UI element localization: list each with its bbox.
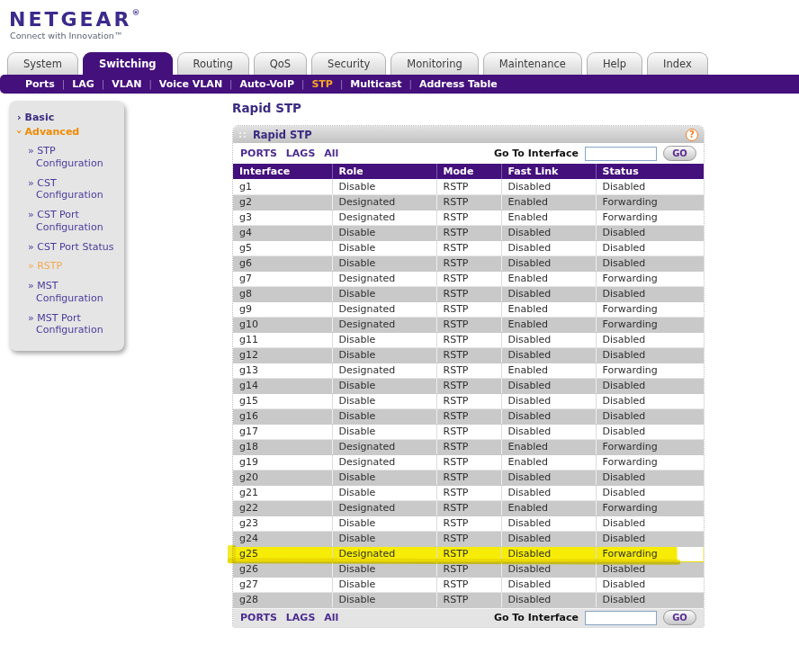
cell-interface: g20	[233, 470, 332, 485]
sidebar-section-basic[interactable]: ›Basic	[17, 112, 121, 123]
panel-title: Rapid STP	[253, 129, 312, 141]
cell-interface: g7	[233, 271, 332, 286]
subnav-item-stp[interactable]: STP	[311, 78, 333, 90]
cell-mode: RSTP	[436, 592, 501, 607]
interface-scope-links: PORTSLAGSAll	[240, 612, 338, 623]
table-row: g11DisableRSTPDisabledDisabled	[233, 332, 704, 347]
cell-fast-link: Disabled	[501, 561, 596, 577]
tab-system[interactable]: System	[7, 52, 78, 75]
column-header-mode: Mode	[436, 164, 501, 179]
tab-routing[interactable]: Routing	[177, 52, 249, 75]
tab-maintenance[interactable]: Maintenance	[483, 52, 582, 75]
cell-role: Disable	[332, 347, 436, 363]
subnav-item-vlan[interactable]: VLAN	[112, 78, 141, 90]
link-all[interactable]: All	[324, 612, 338, 623]
go-button[interactable]: GO	[663, 610, 696, 625]
cell-fast-link: Disabled	[501, 592, 596, 607]
sidebar-item-cst-port-status[interactable]: » CST Port Status	[28, 241, 121, 254]
tab-qos[interactable]: QoS	[254, 52, 307, 75]
cell-interface: g25	[233, 546, 332, 561]
sidebar-item-mst-port-configuration[interactable]: » MST Port Configuration	[28, 312, 121, 337]
link-lags[interactable]: LAGS	[286, 148, 315, 159]
cell-fast-link: Disabled	[501, 577, 596, 592]
subnav-separator-icon: |	[409, 79, 412, 89]
cell-interface: g11	[233, 332, 332, 347]
cell-mode: RSTP	[436, 271, 501, 286]
cell-status: Forwarding	[596, 500, 704, 515]
subnav-item-auto-voip[interactable]: Auto-VoIP	[239, 78, 294, 90]
cell-interface: g19	[233, 454, 332, 470]
cell-mode: RSTP	[436, 515, 501, 531]
table-row: g2DesignatedRSTPEnabledForwarding	[233, 194, 704, 210]
link-ports[interactable]: PORTS	[240, 148, 277, 159]
tab-monitoring[interactable]: Monitoring	[391, 52, 479, 75]
sidebar-item-rstp[interactable]: » RSTP	[28, 260, 121, 273]
cell-mode: RSTP	[436, 408, 501, 424]
cell-role: Designated	[332, 500, 436, 515]
table-toolbar: PORTSLAGSAll Go To Interface GO	[233, 143, 704, 164]
cell-mode: RSTP	[436, 531, 501, 546]
sidebar-section-advanced[interactable]: ›Advanced	[17, 126, 121, 138]
sidebar-item-cst-port-configuration[interactable]: » CST Port Configuration	[28, 209, 121, 234]
cell-mode: RSTP	[436, 393, 501, 408]
help-icon[interactable]: ?	[686, 129, 698, 141]
table-row: g5DisableRSTPDisabledDisabled	[233, 240, 704, 255]
cell-fast-link: Disabled	[501, 347, 596, 363]
cell-mode: RSTP	[436, 286, 501, 301]
cell-fast-link: Disabled	[501, 424, 596, 439]
goto-interface-input[interactable]	[585, 611, 657, 625]
cell-interface: g24	[233, 531, 332, 546]
cell-role: Disable	[332, 179, 436, 194]
cell-mode: RSTP	[436, 500, 501, 515]
link-ports[interactable]: PORTS	[240, 612, 277, 623]
cell-role: Disable	[332, 515, 436, 531]
tab-switching[interactable]: Switching	[83, 52, 173, 75]
logo-text: NETGEAR	[9, 8, 132, 31]
cell-interface: g10	[233, 317, 332, 332]
table-row: g14DisableRSTPDisabledDisabled	[233, 378, 704, 393]
sidebar-item-mst-configuration[interactable]: » MST Configuration	[28, 280, 121, 305]
table-row: g3DesignatedRSTPEnabledForwarding	[233, 210, 704, 225]
cell-interface: g28	[233, 592, 332, 607]
cell-status: Disabled	[596, 347, 704, 363]
link-all[interactable]: All	[324, 148, 338, 159]
cell-mode: RSTP	[436, 225, 501, 240]
subnav-item-address-table[interactable]: Address Table	[419, 78, 498, 90]
table-row: g9DesignatedRSTPEnabledForwarding	[233, 301, 704, 317]
cell-status: Disabled	[596, 531, 704, 546]
cell-fast-link: Enabled	[501, 194, 596, 210]
cell-mode: RSTP	[436, 439, 501, 454]
sidebar-item-stp-configuration[interactable]: » STP Configuration	[28, 145, 121, 170]
cell-fast-link: Enabled	[501, 454, 596, 470]
subnav-item-lag[interactable]: LAG	[72, 78, 94, 90]
goto-interface-input[interactable]	[585, 147, 657, 161]
cell-fast-link: Enabled	[501, 317, 596, 332]
cell-fast-link: Enabled	[501, 500, 596, 515]
cell-status: Forwarding	[596, 439, 704, 454]
table-row: g6DisableRSTPDisabledDisabled	[233, 255, 704, 271]
tab-help[interactable]: Help	[587, 52, 642, 75]
cell-status: Forwarding	[596, 194, 704, 210]
cell-status: Disabled	[596, 378, 704, 393]
subnav-item-voice-vlan[interactable]: Voice VLAN	[159, 78, 222, 90]
cell-fast-link: Disabled	[501, 255, 596, 271]
subnav-item-multicast[interactable]: Multicast	[350, 78, 401, 90]
cell-status: Disabled	[596, 408, 704, 424]
link-lags[interactable]: LAGS	[286, 612, 315, 623]
cell-role: Disable	[332, 592, 436, 607]
table-row: g17DisableRSTPDisabledDisabled	[233, 424, 704, 439]
tab-index[interactable]: Index	[647, 52, 708, 75]
tab-security[interactable]: Security	[311, 52, 386, 75]
go-button[interactable]: GO	[663, 146, 696, 161]
rstp-table-wrap: InterfaceRoleModeFast LinkStatus g1Disab…	[233, 164, 704, 608]
subnav-item-ports[interactable]: Ports	[25, 78, 55, 90]
chevron-icon: ›	[13, 130, 25, 134]
table-row: g12DisableRSTPDisabledDisabled	[233, 347, 704, 363]
subnav-separator-icon: |	[340, 79, 343, 89]
table-row: g22DesignatedRSTPEnabledForwarding	[233, 500, 704, 515]
cell-interface: g18	[233, 439, 332, 454]
cell-fast-link: Disabled	[501, 531, 596, 546]
cell-status: Disabled	[596, 286, 704, 301]
cell-status: Forwarding	[596, 301, 704, 317]
sidebar-item-cst-configuration[interactable]: » CST Configuration	[28, 177, 121, 202]
